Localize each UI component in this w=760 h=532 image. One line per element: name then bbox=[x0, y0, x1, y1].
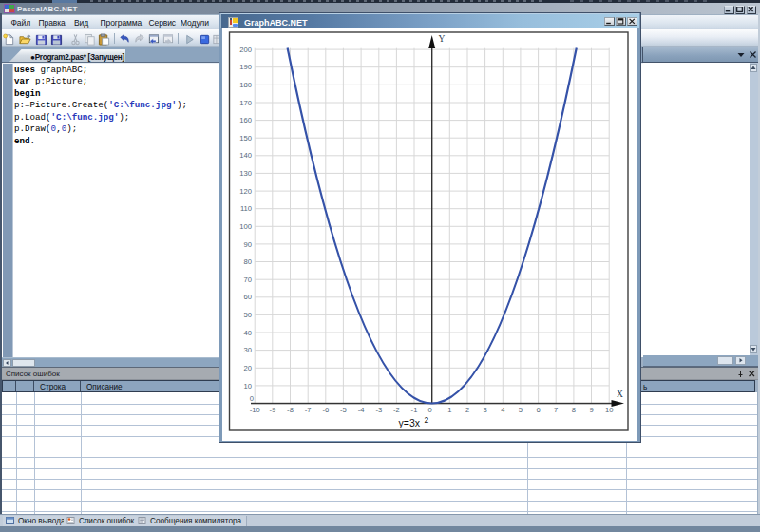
svg-text:y=3x: y=3x bbox=[399, 417, 421, 428]
svg-text:70: 70 bbox=[244, 276, 252, 284]
svg-text:0: 0 bbox=[250, 394, 254, 403]
svg-text:200: 200 bbox=[239, 46, 252, 54]
svg-text:30: 30 bbox=[244, 346, 252, 354]
svg-text:0: 0 bbox=[428, 406, 431, 414]
svg-text:5: 5 bbox=[519, 406, 522, 414]
svg-text:10: 10 bbox=[244, 382, 252, 390]
svg-text:X: X bbox=[617, 390, 623, 399]
svg-text:60: 60 bbox=[244, 293, 252, 301]
svg-text:80: 80 bbox=[244, 257, 252, 266]
svg-text:180: 180 bbox=[239, 81, 252, 89]
svg-text:-10: -10 bbox=[250, 406, 260, 414]
svg-text:-8: -8 bbox=[287, 406, 294, 414]
svg-text:160: 160 bbox=[239, 116, 252, 124]
svg-text:170: 170 bbox=[239, 99, 252, 107]
svg-text:3: 3 bbox=[483, 406, 486, 414]
svg-text:-3: -3 bbox=[375, 406, 382, 414]
svg-text:8: 8 bbox=[572, 406, 576, 414]
svg-text:2: 2 bbox=[466, 406, 469, 414]
svg-text:140: 140 bbox=[239, 151, 252, 160]
svg-text:120: 120 bbox=[239, 187, 252, 196]
svg-text:-4: -4 bbox=[358, 406, 365, 414]
svg-text:50: 50 bbox=[244, 311, 252, 319]
svg-text:-1: -1 bbox=[411, 406, 418, 414]
svg-text:2: 2 bbox=[425, 415, 429, 425]
svg-text:10: 10 bbox=[605, 406, 613, 414]
svg-text:-2: -2 bbox=[393, 406, 400, 414]
svg-text:-6: -6 bbox=[322, 406, 329, 414]
svg-text:1: 1 bbox=[447, 406, 451, 414]
svg-text:Y: Y bbox=[439, 34, 446, 44]
svg-text:100: 100 bbox=[239, 222, 252, 231]
svg-text:6: 6 bbox=[536, 406, 540, 414]
svg-text:90: 90 bbox=[244, 240, 252, 249]
svg-text:110: 110 bbox=[240, 204, 252, 213]
svg-text:-9: -9 bbox=[269, 406, 276, 414]
svg-text:40: 40 bbox=[244, 329, 252, 337]
svg-text:190: 190 bbox=[239, 63, 252, 71]
svg-text:130: 130 bbox=[239, 169, 252, 178]
svg-text:9: 9 bbox=[589, 406, 593, 414]
svg-text:-5: -5 bbox=[340, 406, 347, 414]
svg-text:20: 20 bbox=[244, 364, 252, 372]
svg-text:150: 150 bbox=[239, 134, 252, 142]
svg-text:4: 4 bbox=[501, 406, 504, 414]
svg-text:7: 7 bbox=[554, 406, 558, 414]
svg-text:-7: -7 bbox=[305, 406, 312, 414]
